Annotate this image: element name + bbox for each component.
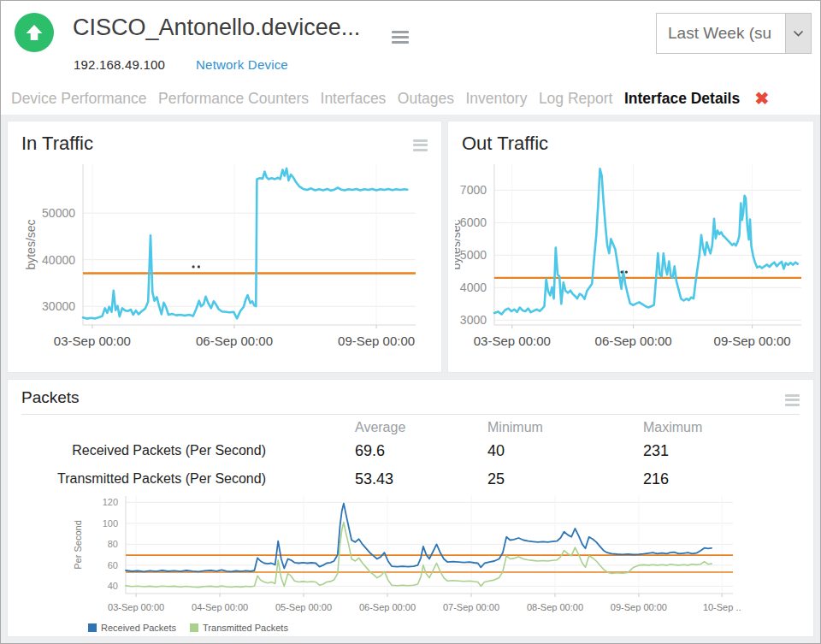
received-maximum: 231 [643, 435, 800, 464]
device-ip: 192.168.49.100 [74, 57, 165, 72]
svg-text:bytes/sec: bytes/sec [455, 219, 463, 269]
device-type-link[interactable]: Network Device [196, 57, 288, 72]
svg-text:09-Sep 00:00: 09-Sep 00:00 [611, 602, 667, 612]
packets-chart: 40608010012003-Sep 00:0004-Sep 00:0005-S… [21, 492, 798, 622]
legend-label-received: Received Packets [101, 623, 176, 633]
tab-log-report[interactable]: Log Report [539, 90, 613, 108]
in-traffic-panel: In Traffic 30000400005000003-Sep 00:0006… [7, 121, 442, 373]
tab-outages[interactable]: Outages [398, 90, 454, 108]
up-arrow-icon [24, 22, 44, 43]
column-header-minimum: Minimum [487, 415, 643, 435]
packets-legend: Received Packets Transmitted Packets [88, 623, 800, 633]
tab-inventory[interactable]: Inventory [465, 90, 527, 108]
legend-label-transmitted: Transmitted Packets [203, 623, 288, 633]
svg-text:03-Sep 00:00: 03-Sep 00:00 [474, 334, 551, 348]
in-traffic-menu-icon[interactable] [413, 137, 428, 153]
svg-text:100: 100 [103, 518, 118, 529]
svg-text:5000: 5000 [460, 248, 487, 262]
svg-text:04-Sep 00:00: 04-Sep 00:00 [192, 602, 248, 612]
device-tabs: Device Performance Performance Counters … [1, 82, 820, 115]
packets-table: Average Minimum Maximum Received Packets… [21, 415, 800, 492]
svg-text:4000: 4000 [460, 281, 487, 294]
time-range-value: Last Week (su [657, 14, 785, 53]
dashboard-body: In Traffic 30000400005000003-Sep 00:0006… [1, 115, 820, 643]
svg-text:06-Sep 00:00: 06-Sep 00:00 [359, 602, 416, 612]
transmitted-minimum: 25 [487, 464, 643, 492]
packets-panel: Packets Average Minimum Maximum Received… [7, 379, 814, 637]
svg-text:40000: 40000 [42, 253, 75, 267]
svg-text:30000: 30000 [42, 299, 75, 313]
svg-text:07-Sep 00:00: 07-Sep 00:00 [443, 602, 499, 612]
device-subline: 192.168.49.100Network Device [74, 57, 288, 72]
svg-text:Per Second: Per Second [73, 520, 83, 569]
column-header-average: Average [355, 415, 487, 435]
svg-text:3000: 3000 [460, 313, 487, 327]
svg-text:6000: 6000 [460, 216, 487, 229]
received-swatch-icon [88, 623, 97, 632]
chevron-down-icon [785, 14, 811, 53]
transmitted-average: 53.43 [355, 464, 487, 492]
row-label-transmitted-packets: Transmitted Packets (Per Second) [21, 464, 355, 492]
svg-text:06-Sep 00:00: 06-Sep 00:00 [595, 334, 672, 348]
legend-item-transmitted[interactable]: Transmitted Packets [190, 623, 288, 633]
tab-performance-counters[interactable]: Performance Counters [158, 90, 309, 108]
received-minimum: 40 [487, 435, 643, 464]
svg-text:40: 40 [108, 581, 118, 591]
svg-text:80: 80 [108, 539, 118, 549]
device-title: CISCO_Antonello.devicee... [73, 15, 360, 41]
app-window: CISCO_Antonello.devicee... 192.168.49.10… [0, 0, 821, 644]
in-traffic-chart: 30000400005000003-Sep 00:0006-Sep 00:000… [21, 156, 429, 361]
transmitted-swatch-icon [190, 623, 198, 632]
row-label-received-packets: Received Packets (Per Second) [21, 435, 355, 464]
traffic-row: In Traffic 30000400005000003-Sep 00:0006… [7, 121, 814, 373]
device-status-up-icon [15, 13, 54, 52]
packets-menu-icon[interactable] [785, 392, 800, 408]
svg-text:03-Sep 00:00: 03-Sep 00:00 [54, 334, 131, 348]
device-header: CISCO_Antonello.devicee... 192.168.49.10… [1, 1, 820, 82]
out-traffic-title: Out Traffic [455, 132, 806, 156]
tab-interface-details[interactable]: Interface Details [624, 90, 740, 108]
transmitted-maximum: 216 [643, 464, 800, 492]
device-menu-icon[interactable] [392, 28, 409, 46]
svg-text:09-Sep 00:00: 09-Sep 00:00 [714, 334, 791, 348]
svg-text:03-Sep 00:00: 03-Sep 00:00 [108, 602, 164, 612]
svg-text:60: 60 [108, 560, 118, 570]
table-corner-cell [21, 415, 355, 435]
packets-title: Packets [21, 387, 800, 415]
tab-interfaces[interactable]: Interfaces [321, 90, 387, 108]
tab-device-performance[interactable]: Device Performance [11, 90, 147, 108]
svg-text:bytes/sec: bytes/sec [24, 219, 38, 269]
out-traffic-chart: 3000400050006000700003-Sep 00:0006-Sep 0… [455, 156, 808, 361]
svg-text:08-Sep 00:00: 08-Sep 00:00 [527, 602, 583, 612]
close-tab-icon[interactable]: ✖ [755, 89, 770, 108]
out-traffic-panel: Out Traffic 3000400050006000700003-Sep 0… [447, 121, 814, 373]
legend-item-received[interactable]: Received Packets [88, 623, 176, 633]
received-average: 69.6 [355, 435, 487, 464]
svg-text:10-Sep ..: 10-Sep .. [703, 602, 741, 612]
svg-text:09-Sep 00:00: 09-Sep 00:00 [338, 334, 415, 348]
svg-text:06-Sep 00:00: 06-Sep 00:00 [196, 334, 273, 348]
svg-text:7000: 7000 [460, 183, 487, 197]
time-range-select[interactable]: Last Week (su [656, 13, 812, 54]
svg-text:120: 120 [103, 497, 118, 507]
svg-text:05-Sep 00:00: 05-Sep 00:00 [275, 602, 332, 612]
in-traffic-title: In Traffic [21, 132, 428, 156]
column-header-maximum: Maximum [643, 415, 800, 435]
svg-text:50000: 50000 [42, 206, 75, 220]
